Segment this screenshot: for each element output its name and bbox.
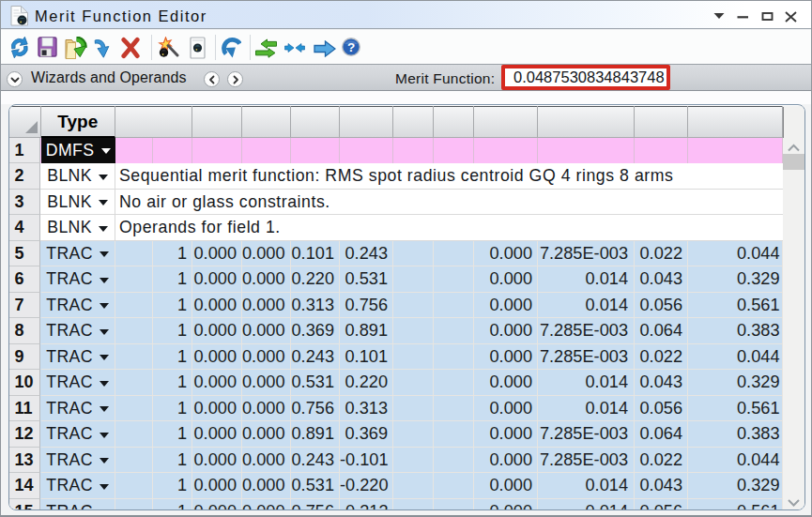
svg-text:?: ? (347, 40, 355, 54)
